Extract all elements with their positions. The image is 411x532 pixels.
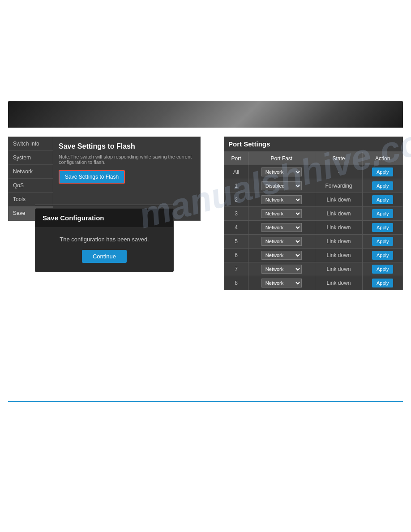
save-flash-button[interactable]: Save Settings to Flash — [59, 170, 125, 184]
state-cell: Link down — [315, 193, 363, 207]
port-settings-table: Port Port Fast State Action AllNetworkDi… — [224, 152, 403, 290]
port-cell: 2 — [224, 193, 248, 207]
port-fast-select[interactable]: NetworkDisabledEdge — [261, 265, 302, 274]
dialog-body: The configuration has been saved. Contin… — [35, 227, 173, 272]
port-cell: 1 — [224, 179, 248, 193]
nav-network[interactable]: Network — [9, 165, 53, 179]
action-cell[interactable]: Apply — [363, 179, 403, 193]
port-cell: 4 — [224, 221, 248, 235]
port-fast-select[interactable]: NetworkDisabledEdge — [261, 223, 302, 232]
save-settings-title: Save Settings to Flash — [59, 142, 195, 150]
port-fast-cell: NetworkDisabledEdge — [248, 193, 315, 207]
port-fast-cell: NetworkDisabledEdge — [248, 221, 315, 235]
col-state: State — [315, 152, 363, 165]
dialog-message: The configuration has been saved. — [43, 236, 166, 243]
dialog-header: Save Configuration — [35, 209, 173, 227]
apply-button[interactable]: Apply — [372, 265, 394, 274]
banner-dark — [8, 101, 403, 128]
state-cell: Link down — [315, 262, 363, 276]
port-cell: 8 — [224, 276, 248, 290]
apply-button[interactable]: Apply — [372, 195, 394, 204]
table-row: 6NetworkDisabledEdgeLink downApply — [224, 249, 403, 262]
state-cell: Link down — [315, 276, 363, 290]
left-panel: Switch Info System Network QoS Tools Sav… — [8, 137, 201, 221]
port-fast-select[interactable]: NetworkDisabledEdge — [261, 209, 302, 218]
right-panel: Port Settings Port Port Fast State Actio… — [224, 137, 403, 290]
port-fast-cell: NetworkDisabledEdge — [248, 165, 315, 179]
port-fast-cell: DisabledNetworkEdge — [248, 179, 315, 193]
action-cell[interactable]: Apply — [363, 262, 403, 276]
table-row: 2NetworkDisabledEdgeLink downApply — [224, 193, 403, 207]
port-cell: 3 — [224, 207, 248, 221]
action-cell[interactable]: Apply — [363, 276, 403, 290]
table-row: 8NetworkDisabledEdgeLink downApply — [224, 276, 403, 290]
action-cell[interactable]: Apply — [363, 235, 403, 249]
nav-qos[interactable]: QoS — [9, 179, 53, 193]
apply-button[interactable]: Apply — [372, 181, 394, 190]
port-cell: 5 — [224, 235, 248, 249]
port-fast-select[interactable]: NetworkDisabledEdge — [261, 195, 302, 204]
port-fast-select[interactable]: DisabledNetworkEdge — [261, 181, 302, 190]
apply-button[interactable]: Apply — [372, 251, 394, 260]
action-cell[interactable]: Apply — [363, 221, 403, 235]
table-row: 4NetworkDisabledEdgeLink downApply — [224, 221, 403, 235]
apply-button[interactable]: Apply — [372, 209, 394, 218]
action-cell[interactable]: Apply — [363, 165, 403, 179]
save-config-dialog: Save Configuration The configuration has… — [35, 208, 174, 272]
divider-line — [35, 205, 174, 205]
nav-switch-info[interactable]: Switch Info — [9, 137, 53, 151]
table-row: AllNetworkDisabledEdge-Apply — [224, 165, 403, 179]
col-port: Port — [224, 152, 248, 165]
action-cell[interactable]: Apply — [363, 193, 403, 207]
port-cell: 6 — [224, 249, 248, 262]
state-cell: Forwarding — [315, 179, 363, 193]
bottom-separator — [8, 401, 403, 402]
nav-system[interactable]: System — [9, 151, 53, 165]
port-fast-cell: NetworkDisabledEdge — [248, 262, 315, 276]
state-cell: - — [315, 165, 363, 179]
save-settings-note: Note:The switch will stop responding whi… — [59, 154, 195, 165]
table-row: 7NetworkDisabledEdgeLink downApply — [224, 262, 403, 276]
state-cell: Link down — [315, 249, 363, 262]
action-cell[interactable]: Apply — [363, 249, 403, 262]
table-row: 5NetworkDisabledEdgeLink downApply — [224, 235, 403, 249]
state-cell: Link down — [315, 235, 363, 249]
col-action: Action — [363, 152, 403, 165]
state-cell: Link down — [315, 207, 363, 221]
apply-button[interactable]: Apply — [372, 223, 394, 232]
port-fast-cell: NetworkDisabledEdge — [248, 235, 315, 249]
port-fast-cell: NetworkDisabledEdge — [248, 207, 315, 221]
continue-button[interactable]: Continue — [82, 250, 127, 263]
main-content: manualshhive.com Switch Info System Netw… — [0, 128, 411, 532]
table-row: 3NetworkDisabledEdgeLink downApply — [224, 207, 403, 221]
port-fast-select[interactable]: NetworkDisabledEdge — [261, 237, 302, 246]
port-cell: 7 — [224, 262, 248, 276]
port-fast-cell: NetworkDisabledEdge — [248, 249, 315, 262]
port-fast-select[interactable]: NetworkDisabledEdge — [261, 279, 302, 287]
col-port-fast: Port Fast — [248, 152, 315, 165]
top-banner — [0, 0, 411, 128]
apply-button[interactable]: Apply — [372, 237, 394, 246]
apply-button[interactable]: Apply — [372, 279, 394, 287]
apply-button[interactable]: Apply — [372, 167, 394, 176]
port-fast-select[interactable]: NetworkDisabledEdge — [261, 251, 302, 260]
port-settings-title: Port Settings — [224, 137, 403, 152]
port-cell: All — [224, 165, 248, 179]
table-row: 1DisabledNetworkEdgeForwardingApply — [224, 179, 403, 193]
action-cell[interactable]: Apply — [363, 207, 403, 221]
port-fast-cell: NetworkDisabledEdge — [248, 276, 315, 290]
port-fast-select[interactable]: NetworkDisabledEdge — [261, 167, 302, 176]
state-cell: Link down — [315, 221, 363, 235]
